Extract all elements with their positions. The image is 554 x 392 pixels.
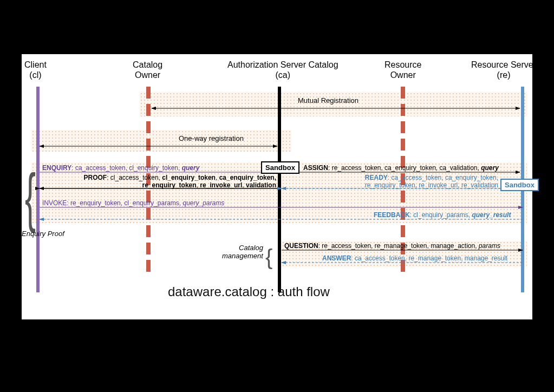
- label-catalog-mgmt: Catalog management: [222, 244, 263, 260]
- msg-feedback: FEEDBACK: cl_enquiry_params, query_resul…: [374, 211, 511, 219]
- sandbox-re: Sandbox: [500, 179, 539, 191]
- diagram-title: dataware.catalog : auth flow: [168, 284, 330, 299]
- label-enquiry-proof: Enquiry Proof: [22, 230, 64, 238]
- msg-invoke: INVOKE: re_enquiry_token, cl_enquiry_par…: [42, 199, 224, 207]
- msg-question: QUESTION: re_access_token, re_manage_tok…: [284, 242, 500, 250]
- brace-enquiry: {: [25, 165, 36, 230]
- diagram-canvas: Client (cl) Catalog Owner Authorization …: [22, 54, 532, 319]
- label-mutual-registration: Mutual Registration: [298, 96, 359, 104]
- msg-proof: PROOF: cl_access_token, cl_enquiry_token…: [73, 174, 276, 190]
- sandbox-ca: Sandbox: [261, 161, 299, 174]
- msg-enquiry: ENQUIRY: ca_access_token, cl_enquiry_tok…: [42, 164, 199, 172]
- msg-ready: READY: ca_access_token, ca_enquiry_token…: [357, 174, 498, 190]
- brace-catalog: {: [265, 241, 272, 273]
- label-oneway-registration: One-way registration: [179, 134, 244, 142]
- msg-answer: ANSWER: ca_access_token, re_manage_token…: [322, 254, 507, 262]
- msg-assign: ASSIGN: re_access_token, ca_enquiry_toke…: [303, 164, 499, 172]
